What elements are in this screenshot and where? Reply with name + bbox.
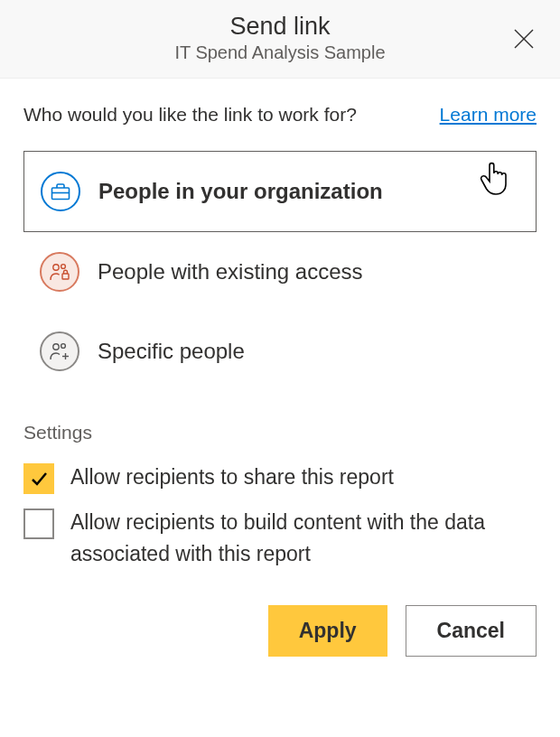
option-label: Specific people bbox=[98, 339, 245, 364]
settings-heading: Settings bbox=[23, 422, 537, 443]
prompt-text: Who would you like the link to work for? bbox=[23, 104, 357, 126]
svg-point-8 bbox=[61, 344, 66, 349]
checkbox-label: Allow recipients to share this report bbox=[70, 462, 394, 493]
svg-point-4 bbox=[53, 265, 59, 270]
cancel-button[interactable]: Cancel bbox=[406, 605, 537, 657]
button-row: Apply Cancel bbox=[23, 605, 537, 657]
setting-allow-share: Allow recipients to share this report bbox=[23, 462, 537, 494]
svg-point-5 bbox=[61, 265, 66, 269]
people-lock-icon bbox=[40, 252, 79, 292]
dialog-body: Who would you like the link to work for?… bbox=[0, 79, 560, 682]
prompt-row: Who would you like the link to work for?… bbox=[23, 104, 537, 126]
dialog-header: Send link IT Spend Analysis Sample bbox=[0, 0, 560, 79]
cursor-hand-icon bbox=[478, 159, 514, 202]
learn-more-link[interactable]: Learn more bbox=[440, 104, 537, 126]
option-people-in-org[interactable]: People in your organization bbox=[23, 151, 537, 232]
checkbox-allow-share[interactable] bbox=[23, 463, 54, 494]
option-existing-access[interactable]: People with existing access bbox=[23, 232, 537, 312]
option-label: People with existing access bbox=[98, 259, 362, 285]
close-button[interactable] bbox=[506, 21, 542, 57]
dialog-title: Send link bbox=[18, 13, 542, 41]
option-label: People in your organization bbox=[98, 179, 383, 204]
checkbox-allow-build[interactable] bbox=[23, 508, 54, 539]
svg-rect-6 bbox=[62, 274, 69, 279]
briefcase-icon bbox=[41, 172, 80, 211]
dialog-subtitle: IT Spend Analysis Sample bbox=[18, 42, 542, 63]
svg-point-7 bbox=[53, 344, 59, 350]
close-icon bbox=[512, 27, 536, 51]
people-plus-icon bbox=[40, 331, 79, 371]
option-specific-people[interactable]: Specific people bbox=[23, 312, 537, 391]
checkbox-label: Allow recipients to build content with t… bbox=[70, 507, 537, 569]
apply-button[interactable]: Apply bbox=[268, 605, 387, 657]
setting-allow-build: Allow recipients to build content with t… bbox=[23, 507, 537, 569]
